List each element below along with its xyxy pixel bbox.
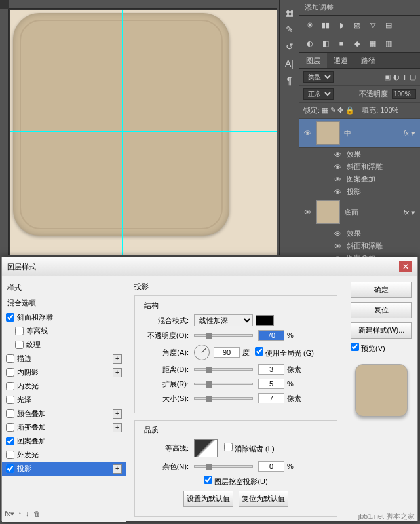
style-item[interactable]: 纹理	[2, 338, 126, 352]
lookup-icon[interactable]: ▥	[383, 38, 394, 48]
mixer-icon[interactable]: ▦	[368, 38, 378, 48]
close-icon[interactable]: ✕	[399, 261, 412, 272]
lock-lock-icon[interactable]: 🔒	[345, 106, 354, 114]
curves-icon[interactable]: ◗	[336, 20, 347, 30]
cancel-button[interactable]: 复位	[351, 302, 412, 318]
arrow-down-icon[interactable]: ↓	[26, 510, 29, 518]
style-item[interactable]: 内阴影+	[2, 365, 126, 379]
ruler-horizontal[interactable]	[9, 0, 277, 9]
blendmode-select[interactable]: 线性加深	[194, 314, 253, 326]
brush-icon[interactable]: ✎	[282, 22, 297, 37]
style-item[interactable]: 投影+	[2, 462, 126, 476]
ok-button[interactable]: 确定	[351, 282, 412, 298]
guide-horizontal[interactable]	[10, 131, 277, 132]
size-slider[interactable]	[194, 397, 253, 400]
history-icon[interactable]: ↺	[282, 39, 297, 54]
layer-effect-item[interactable]: 👁效果	[299, 227, 420, 240]
style-item[interactable]: 渐变叠加+	[2, 421, 126, 434]
exposure-icon[interactable]: ▨	[352, 20, 362, 30]
paragraph-icon[interactable]: ¶	[282, 73, 297, 88]
style-checkbox[interactable]	[6, 437, 14, 445]
fx-badge[interactable]: fx ▾	[403, 208, 417, 217]
preview-check[interactable]: 预览(V)	[351, 343, 412, 354]
spread-slider[interactable]	[194, 383, 253, 385]
reset-default-button[interactable]: 复位为默认值	[239, 491, 288, 507]
style-checkbox[interactable]	[6, 313, 14, 322]
lock-brush-icon[interactable]: ✎	[330, 106, 336, 114]
add-instance-icon[interactable]: +	[113, 464, 122, 474]
photo-icon[interactable]: ◆	[352, 38, 362, 48]
visibility-icon[interactable]: 👁	[332, 188, 343, 196]
vibrance-icon[interactable]: ▽	[368, 20, 378, 30]
tab-layers[interactable]: 图层	[299, 53, 327, 68]
blend-options-row[interactable]: 混合选项	[2, 295, 126, 310]
add-instance-icon[interactable]: +	[113, 423, 122, 432]
knockout-check[interactable]: 图层挖空投影(U)	[204, 476, 267, 487]
visibility-icon[interactable]: 👁	[332, 163, 343, 171]
distance-slider[interactable]	[194, 368, 253, 371]
style-checkbox[interactable]	[6, 409, 14, 418]
visibility-icon[interactable]: 👁	[332, 230, 343, 238]
style-item[interactable]: 颜色叠加+	[2, 407, 126, 421]
style-item[interactable]: 等高线	[2, 324, 126, 338]
tab-channels[interactable]: 通道	[327, 53, 354, 68]
tab-paths[interactable]: 路径	[354, 53, 382, 68]
filter-type-icon[interactable]: T	[402, 73, 407, 81]
layer-effect-item[interactable]: 👁斜面和浮雕	[299, 240, 420, 252]
layer-kind-select[interactable]: 类型	[303, 71, 334, 83]
arrow-up-icon[interactable]: ↑	[18, 510, 22, 518]
more-icon[interactable]: ▤	[383, 20, 394, 30]
style-item[interactable]: 描边+	[2, 352, 126, 365]
make-default-button[interactable]: 设置为默认值	[183, 491, 233, 507]
add-instance-icon[interactable]: +	[113, 354, 122, 364]
bal-icon[interactable]: ◧	[320, 38, 331, 48]
antialias-check[interactable]: 消除锯齿 (L)	[224, 443, 275, 454]
style-item[interactable]: 斜面和浮雕	[2, 310, 126, 324]
ruler-vertical[interactable]	[0, 9, 9, 255]
filter-pixel-icon[interactable]: ▣	[384, 73, 391, 81]
spread-field[interactable]	[258, 379, 284, 389]
bw-icon[interactable]: ■	[336, 38, 347, 48]
angle-wheel[interactable]	[194, 345, 210, 360]
layer-thumbnail[interactable]	[316, 200, 340, 224]
trash-icon[interactable]: 🗑	[33, 510, 41, 518]
layer-effect-item[interactable]: 👁图案叠加	[299, 173, 420, 185]
fx-icon[interactable]: fx▾	[5, 510, 14, 518]
layer-row[interactable]: 👁中fx ▾	[299, 119, 420, 148]
style-checkbox[interactable]	[6, 368, 14, 377]
swatches-icon[interactable]: ▦	[282, 5, 297, 20]
hue-icon[interactable]: ◐	[305, 38, 315, 48]
new-style-button[interactable]: 新建样式(W)...	[351, 322, 412, 339]
style-checkbox[interactable]	[6, 451, 14, 459]
layer-effect-item[interactable]: 👁斜面和浮雕	[299, 160, 420, 173]
guide-vertical[interactable]	[122, 10, 123, 255]
style-checkbox[interactable]	[6, 354, 14, 363]
visibility-icon[interactable]: 👁	[332, 242, 343, 250]
style-checkbox[interactable]	[6, 423, 14, 432]
filter-adj-icon[interactable]: ◐	[393, 73, 400, 81]
distance-field[interactable]	[258, 364, 284, 375]
lock-move-icon[interactable]: ✥	[337, 106, 343, 114]
style-checkbox[interactable]	[6, 464, 14, 473]
layer-effect-item[interactable]: 👁效果	[299, 148, 420, 160]
visibility-icon[interactable]: 👁	[302, 208, 313, 216]
blend-mode-select[interactable]: 正常	[303, 88, 334, 100]
filter-shape-icon[interactable]: ▢	[410, 73, 416, 81]
style-checkbox[interactable]	[6, 396, 14, 404]
dialog-titlebar[interactable]: 图层样式 ✕	[2, 257, 417, 276]
style-checkbox[interactable]	[15, 327, 24, 335]
add-instance-icon[interactable]: +	[113, 409, 122, 419]
layer-row[interactable]: 👁底面fx ▾	[299, 198, 420, 227]
char-icon[interactable]: A|	[282, 56, 297, 71]
style-item[interactable]: 光泽	[2, 393, 126, 407]
add-instance-icon[interactable]: +	[113, 368, 122, 377]
opacity-input[interactable]	[392, 89, 416, 99]
style-item[interactable]: 外发光	[2, 448, 126, 462]
style-item[interactable]: 内发光	[2, 379, 126, 393]
opacity-field[interactable]	[258, 330, 284, 341]
visibility-icon[interactable]: 👁	[332, 151, 343, 159]
fx-badge[interactable]: fx ▾	[403, 129, 417, 138]
layer-thumbnail[interactable]	[316, 121, 340, 145]
angle-field[interactable]	[214, 347, 240, 358]
opacity-slider[interactable]	[194, 334, 253, 337]
